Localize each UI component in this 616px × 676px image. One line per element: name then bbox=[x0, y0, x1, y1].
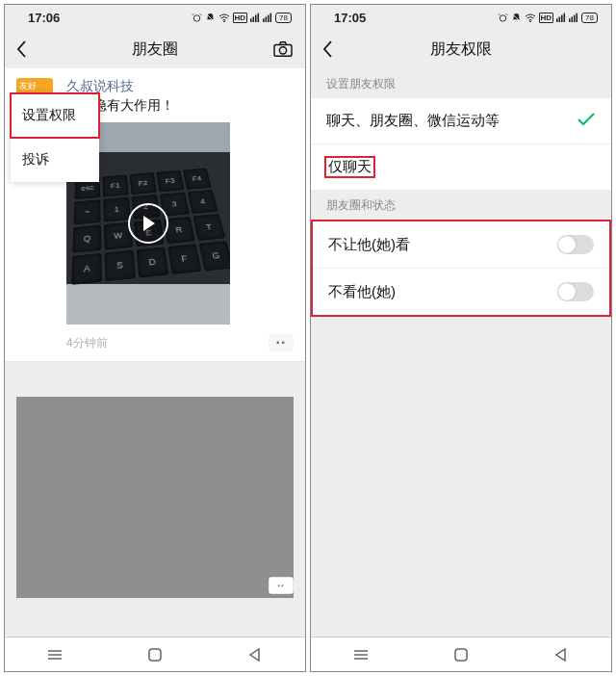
permissions-body: 设置朋友权限 聊天、朋友圈、微信运动等 仅聊天 朋友圈和状态 不让他(她)看 不… bbox=[311, 68, 611, 637]
hd-icon: HD bbox=[539, 13, 554, 23]
alarm-icon bbox=[192, 13, 202, 23]
svg-rect-29 bbox=[577, 13, 578, 22]
option-chat-only[interactable]: 仅聊天 bbox=[311, 144, 611, 190]
mute-icon bbox=[205, 13, 216, 23]
battery-icon: 78 bbox=[275, 13, 292, 23]
moment-toggles-group: 不让他(她)看 不看他(她) bbox=[311, 220, 611, 317]
svg-marker-34 bbox=[556, 649, 565, 661]
signal-icon bbox=[250, 13, 260, 22]
svg-rect-8 bbox=[266, 16, 268, 22]
svg-rect-33 bbox=[455, 649, 467, 661]
status-icons: HD 78 bbox=[192, 13, 292, 23]
status-bar: 17:06 HD 78 bbox=[5, 5, 305, 30]
toggle-hide-theirs-label: 不看他(她) bbox=[328, 283, 557, 301]
home-button[interactable] bbox=[452, 648, 470, 662]
status-time: 17:06 bbox=[28, 11, 60, 25]
battery-icon: 78 bbox=[581, 13, 598, 23]
toggle-switch[interactable] bbox=[557, 282, 594, 301]
android-back-button[interactable] bbox=[552, 648, 570, 662]
home-button[interactable] bbox=[146, 648, 164, 662]
svg-rect-23 bbox=[559, 16, 561, 22]
option-chat-only-label: 仅聊天 bbox=[326, 158, 596, 176]
svg-rect-3 bbox=[250, 18, 252, 22]
recents-button[interactable] bbox=[352, 648, 370, 662]
page-title: 朋友圈 bbox=[5, 39, 305, 60]
android-back-button[interactable] bbox=[246, 648, 264, 662]
checkmark-icon bbox=[577, 113, 596, 129]
svg-rect-7 bbox=[263, 18, 265, 22]
alarm-icon bbox=[498, 13, 508, 23]
context-menu: 设置权限 投诉 bbox=[11, 93, 99, 182]
feed-more-button-2[interactable]: ·· bbox=[269, 577, 294, 594]
svg-rect-5 bbox=[255, 15, 257, 23]
svg-rect-27 bbox=[572, 16, 574, 22]
svg-marker-18 bbox=[250, 649, 259, 661]
timeline-body: 友好 久叔说科技 个键隐有大作用！ escF1F2F3F4 ~1234 QWER… bbox=[5, 68, 305, 637]
feed-text: 个键隐有大作用！ bbox=[66, 97, 294, 115]
page-title: 朋友权限 bbox=[311, 39, 611, 60]
svg-rect-4 bbox=[253, 16, 255, 22]
back-button[interactable] bbox=[16, 39, 38, 60]
hd-icon: HD bbox=[233, 13, 248, 23]
wifi-icon bbox=[525, 13, 536, 22]
option-full-label: 聊天、朋友圈、微信运动等 bbox=[326, 112, 577, 130]
menu-item-report[interactable]: 投诉 bbox=[11, 138, 99, 182]
svg-rect-6 bbox=[258, 13, 260, 22]
status-bar: 17:05 HD 78 bbox=[311, 5, 611, 30]
section-label-1: 设置朋友权限 bbox=[311, 68, 611, 98]
svg-point-0 bbox=[193, 14, 199, 20]
status-time: 17:05 bbox=[334, 11, 366, 25]
svg-marker-13 bbox=[143, 216, 155, 231]
divider bbox=[5, 361, 305, 362]
next-feed-placeholder bbox=[16, 397, 294, 598]
toggle-hide-theirs[interactable]: 不看他(她) bbox=[313, 269, 609, 315]
svg-rect-17 bbox=[149, 649, 161, 661]
android-nav-bar bbox=[5, 637, 305, 671]
feed-more-button[interactable]: ·· bbox=[269, 334, 294, 351]
menu-item-set-permission[interactable]: 设置权限 bbox=[11, 93, 99, 138]
svg-rect-22 bbox=[556, 18, 558, 22]
toggle-hide-mine[interactable]: 不让他(她)看 bbox=[313, 221, 609, 269]
phone-left: 17:06 HD 78 朋友圈 友好 久叔说科技 个键隐有大作用！ bbox=[4, 4, 306, 672]
android-nav-bar bbox=[311, 637, 611, 671]
phone-right: 17:05 HD 78 朋友权限 设置朋友权限 聊天、朋友圈、微信运动等 bbox=[310, 4, 612, 672]
svg-rect-25 bbox=[564, 13, 566, 22]
toggle-switch[interactable] bbox=[557, 235, 594, 254]
permission-group-1: 聊天、朋友圈、微信运动等 仅聊天 bbox=[311, 98, 611, 190]
nav-bar: 朋友权限 bbox=[311, 30, 611, 68]
svg-point-21 bbox=[529, 21, 530, 22]
toggle-hide-mine-label: 不让他(她)看 bbox=[328, 236, 557, 254]
section-label-2: 朋友圈和状态 bbox=[311, 190, 611, 220]
signal-icon bbox=[556, 13, 566, 22]
feed-author[interactable]: 久叔说科技 bbox=[66, 78, 294, 95]
svg-point-12 bbox=[279, 47, 286, 54]
svg-rect-28 bbox=[574, 15, 576, 23]
nav-bar: 朋友圈 bbox=[5, 30, 305, 68]
svg-rect-10 bbox=[270, 13, 272, 22]
back-button[interactable] bbox=[322, 39, 344, 60]
feed-timestamp: 4分钟前 bbox=[66, 335, 108, 351]
svg-rect-26 bbox=[569, 18, 571, 22]
play-icon[interactable] bbox=[128, 203, 168, 244]
signal-icon-2 bbox=[569, 13, 578, 22]
option-full[interactable]: 聊天、朋友圈、微信运动等 bbox=[311, 98, 611, 144]
svg-point-2 bbox=[223, 21, 224, 22]
svg-rect-24 bbox=[561, 15, 563, 23]
camera-button[interactable] bbox=[272, 39, 294, 60]
recents-button[interactable] bbox=[46, 648, 64, 662]
svg-point-19 bbox=[500, 14, 505, 20]
wifi-icon bbox=[218, 13, 230, 22]
signal-icon-2 bbox=[263, 13, 272, 22]
svg-rect-9 bbox=[268, 15, 270, 23]
mute-icon bbox=[511, 13, 522, 23]
status-icons: HD 78 bbox=[498, 13, 598, 23]
